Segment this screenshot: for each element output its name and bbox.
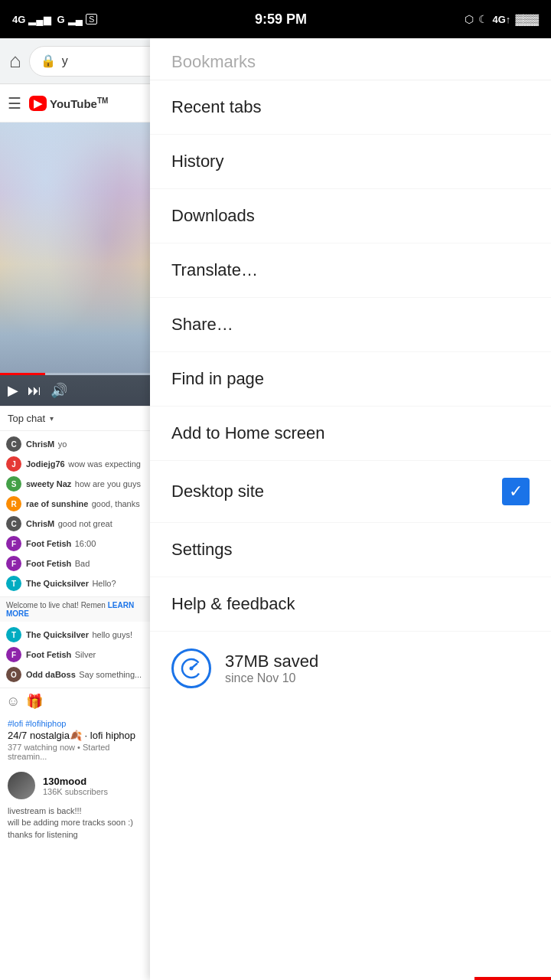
volume-button[interactable]: 🔊: [51, 382, 67, 399]
chat-content: Odd daBoss Say something...: [26, 667, 144, 681]
battery-icon: ▓▓▓: [515, 13, 539, 25]
channel-desc-line1: livestream is back!!!: [8, 805, 142, 817]
share-item[interactable]: Share…: [150, 298, 551, 352]
bottom-line: [474, 977, 551, 980]
lock-icon: 🔒: [41, 54, 56, 68]
youtube-logo: ▶ YouTubeTM: [29, 96, 108, 111]
chat-dropdown-icon[interactable]: ▾: [50, 414, 54, 423]
downloads-label: Downloads: [171, 206, 255, 226]
checkmark-icon: ✓: [509, 482, 523, 501]
chat-username: Jodiejg76: [26, 459, 65, 469]
gift-icon[interactable]: 🎁: [26, 693, 43, 710]
channel-info: 130mood 136K subscribers: [43, 776, 142, 796]
share-label: Share…: [171, 315, 233, 335]
chat-avatar: T: [6, 627, 21, 642]
downloads-item[interactable]: Downloads: [150, 189, 551, 243]
chat-username: Odd daBoss: [26, 670, 76, 679]
find-in-page-label: Find in page: [171, 369, 264, 389]
chat-message-text: hello guys!: [92, 630, 132, 639]
chat-message-text: Hello?: [92, 579, 116, 588]
history-item[interactable]: History: [150, 135, 551, 189]
url-text: y: [62, 54, 68, 68]
settings-item[interactable]: Settings: [150, 523, 551, 577]
carrier-1-label: 4G: [12, 14, 25, 25]
status-bar: 4G ▂▄▆ G ▂▄ S 9:59 PM ⬡ ☾ 4G↑ ▓▓▓: [0, 0, 551, 38]
yt-tm: TM: [97, 96, 108, 105]
chat-message: R rae of sunshine good, thanks: [0, 494, 150, 514]
chat-input-row: ☺ 🎁: [0, 688, 150, 714]
recent-tabs-item[interactable]: Recent tabs: [150, 80, 551, 135]
emoji-icon[interactable]: ☺: [6, 694, 20, 710]
chat-username: The Quicksilver: [26, 630, 89, 639]
chat-message-text: good, thanks: [92, 499, 140, 508]
moon-icon: ☾: [478, 13, 488, 25]
chat-messages-below: T The Quicksilver hello guys! F Foot Fet…: [0, 622, 150, 688]
chat-message: O Odd daBoss Say something...: [0, 665, 150, 684]
desktop-site-checkbox[interactable]: ✓: [502, 478, 530, 505]
chat-username: The Quicksilver: [26, 579, 89, 588]
channel-subscribers: 136K subscribers: [43, 787, 142, 796]
chat-message-text: Silver: [75, 650, 96, 659]
video-info: #lofi #lofihiphop 24/7 nostalgia🍂 · lofi…: [0, 714, 150, 766]
settings-label: Settings: [171, 540, 233, 560]
status-time: 9:59 PM: [255, 11, 307, 28]
signal-bars-2: ▂▄: [68, 14, 83, 25]
left-panel: ☰ ▶ YouTubeTM ▶ ⏭ 🔊 Top chat ▾ C ChrisM: [0, 84, 150, 980]
yt-logo-icon: ▶: [29, 96, 47, 111]
add-to-home-item[interactable]: Add to Home screen: [150, 407, 551, 461]
video-title: 24/7 nostalgia🍂 · lofi hiphop: [8, 730, 142, 741]
chat-message-text: Say something...: [79, 670, 142, 679]
help-feedback-label: Help & feedback: [171, 594, 295, 614]
history-label: History: [171, 152, 223, 172]
home-button[interactable]: ⌂: [9, 49, 21, 73]
chat-message-text: how are you guys: [75, 479, 141, 488]
help-feedback-item[interactable]: Help & feedback: [150, 577, 551, 632]
status-left: 4G ▂▄▆ G ▂▄ S: [12, 14, 97, 25]
channel-avatar: [8, 772, 35, 799]
desktop-site-item[interactable]: Desktop site ✓: [150, 461, 551, 523]
add-to-home-label: Add to Home screen: [171, 423, 325, 443]
chat-header: Top chat ▾: [0, 407, 150, 431]
translate-item[interactable]: Translate…: [150, 243, 551, 298]
chat-username: Foot Fetish: [26, 539, 71, 548]
youtube-header: ☰ ▶ YouTubeTM: [0, 84, 150, 122]
desktop-site-label: Desktop site: [171, 482, 264, 501]
chat-message-text: good not great: [58, 519, 112, 528]
chat-avatar: S: [6, 476, 21, 492]
browser-context-menu: Bookmarks Recent tabs History Downloads …: [150, 38, 551, 980]
chat-content: Jodiejg76 wow was expecting: [26, 456, 144, 470]
skip-button[interactable]: ⏭: [28, 383, 41, 399]
chat-avatar: F: [6, 536, 21, 551]
chat-content: The Quicksilver Hello?: [26, 576, 144, 590]
savings-info: 37MB saved since Nov 10: [225, 652, 318, 685]
chat-message: C ChrisM good not great: [0, 514, 150, 534]
video-stats: 377 watching now • Started streamin...: [8, 743, 142, 761]
savings-icon: [171, 648, 211, 688]
chat-header-text: Top chat: [8, 413, 45, 424]
bookmarks-label: Bookmarks: [171, 52, 256, 71]
chat-avatar: F: [6, 556, 21, 571]
hamburger-icon[interactable]: ☰: [8, 94, 21, 113]
chat-message: T The Quicksilver hello guys!: [0, 625, 150, 645]
chat-message-text: Bad: [75, 559, 90, 568]
savings-amount: 37MB saved: [225, 652, 318, 671]
chat-message: F Foot Fetish Bad: [0, 554, 150, 573]
chat-message: C ChrisM yo: [0, 434, 150, 454]
channel-desc-line2: will be adding more tracks soon :): [8, 817, 142, 828]
bookmarks-item[interactable]: Bookmarks: [150, 38, 551, 80]
chat-username: sweety Naz: [26, 479, 71, 488]
play-button[interactable]: ▶: [8, 382, 18, 399]
chat-content: ChrisM good not great: [26, 516, 144, 530]
chat-messages: C ChrisM yo J Jodiejg76 wow was expectin…: [0, 431, 150, 596]
video-thumbnail: ▶ ⏭ 🔊: [0, 122, 150, 406]
channel-name: 130mood: [43, 776, 142, 787]
chat-avatar: J: [6, 456, 21, 472]
live-notice-text: Welcome to live chat! Remen: [6, 601, 106, 609]
chat-username: Foot Fetish: [26, 650, 71, 659]
chat-username: rae of sunshine: [26, 499, 88, 508]
chat-avatar: C: [6, 516, 21, 531]
status-right: ⬡ ☾ 4G↑ ▓▓▓: [465, 13, 539, 25]
chat-content: Foot Fetish Silver: [26, 647, 144, 661]
find-in-page-item[interactable]: Find in page: [150, 352, 551, 407]
chat-avatar: O: [6, 667, 21, 682]
